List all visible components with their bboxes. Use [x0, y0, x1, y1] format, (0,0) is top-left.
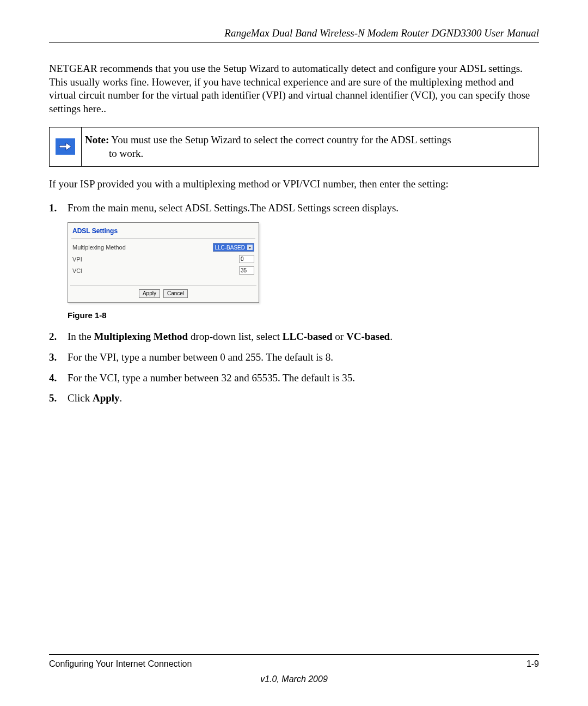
footer-version: v1.0, March 2009: [49, 674, 539, 684]
isp-paragraph: If your ISP provided you with a multiple…: [49, 178, 539, 191]
note-icon-cell: [50, 127, 82, 166]
row-vci: VCI: [72, 266, 254, 275]
step-number: 4.: [49, 371, 68, 385]
steps-list: 1. From the main menu, select ADSL Setti…: [49, 201, 539, 215]
step-3: 3. For the VPI, type a number between 0 …: [49, 350, 539, 364]
step-number: 1.: [49, 201, 68, 215]
step-number: 5.: [49, 391, 68, 405]
vci-label: VCI: [72, 267, 82, 274]
row-multiplexing: Multiplexing Method LLC-BASED ▾: [72, 243, 254, 252]
screenshot-buttons: Apply Cancel: [70, 285, 256, 302]
note-line1: You must use the Setup Wizard to select …: [111, 134, 451, 145]
figure-caption: Figure 1-8: [68, 311, 539, 320]
step-2: 2. In the Multiplexing Method drop-down …: [49, 330, 539, 344]
note-label: Note:: [85, 134, 109, 145]
multiplexing-label: Multiplexing Method: [72, 244, 126, 251]
note-line2: to work.: [109, 148, 143, 159]
page-footer: Configuring Your Internet Connection 1-9…: [49, 654, 539, 684]
row-vpi: VPI: [72, 255, 254, 263]
screenshot-title: ADSL Settings: [68, 223, 259, 238]
cancel-button[interactable]: Cancel: [163, 289, 188, 298]
note-box: Note: You must use the Setup Wizard to s…: [49, 127, 539, 167]
arrow-right-icon: [56, 138, 75, 155]
header-title: RangeMax Dual Band Wireless-N Modem Rout…: [224, 27, 539, 39]
page: RangeMax Dual Band Wireless-N Modem Rout…: [0, 0, 588, 706]
intro-paragraph: NETGEAR recommends that you use the Setu…: [49, 62, 539, 116]
footer-section: Configuring Your Internet Connection: [49, 659, 192, 669]
step-text: In the Multiplexing Method drop-down lis…: [68, 330, 539, 344]
step-4: 4. For the VCI, type a number between 32…: [49, 371, 539, 385]
steps-list-continued: 2. In the Multiplexing Method drop-down …: [49, 330, 539, 405]
adsl-settings-screenshot: ADSL Settings Multiplexing Method LLC-BA…: [68, 222, 259, 303]
multiplexing-select[interactable]: LLC-BASED ▾: [213, 243, 254, 252]
page-header: RangeMax Dual Band Wireless-N Modem Rout…: [49, 27, 539, 43]
apply-button[interactable]: Apply: [139, 289, 160, 298]
step-text: Click Apply.: [68, 391, 539, 405]
step-text: From the main menu, select ADSL Settings…: [68, 201, 539, 215]
step-number: 2.: [49, 330, 68, 344]
footer-page: 1-9: [526, 659, 539, 669]
note-text: Note: You must use the Setup Wizard to s…: [82, 127, 538, 166]
step-text: For the VCI, type a number between 32 an…: [68, 371, 539, 385]
vci-input[interactable]: [239, 266, 254, 275]
screenshot-body: Multiplexing Method LLC-BASED ▾ VPI VCI: [68, 239, 259, 282]
multiplexing-value: LLC-BASED: [215, 245, 245, 251]
step-number: 3.: [49, 350, 68, 364]
footer-line: Configuring Your Internet Connection 1-9: [49, 654, 539, 669]
vpi-label: VPI: [72, 256, 82, 263]
step-1: 1. From the main menu, select ADSL Setti…: [49, 201, 539, 215]
chevron-down-icon: ▾: [247, 245, 253, 250]
step-5: 5. Click Apply.: [49, 391, 539, 405]
step-text: For the VPI, type a number between 0 and…: [68, 350, 539, 364]
vpi-input[interactable]: [239, 255, 254, 263]
figure: ADSL Settings Multiplexing Method LLC-BA…: [68, 222, 539, 303]
